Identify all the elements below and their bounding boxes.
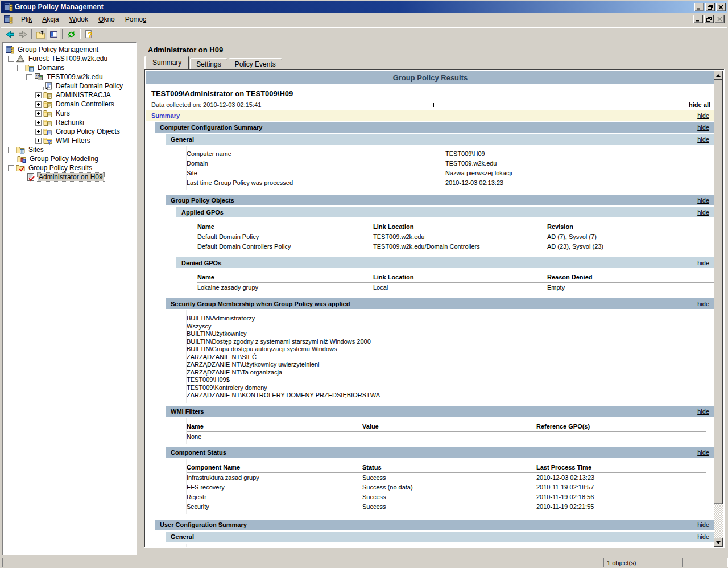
wmi-filters-table: NameValueReference GPO(s) None [186, 418, 706, 444]
section-security-groups: Security Group Membership when Group Pol… [166, 298, 715, 403]
tree-item-wmi-filters[interactable]: WMI Filters [3, 136, 136, 145]
tree-item-gpo-folder[interactable]: Group Policy Objects [3, 127, 136, 136]
up-folder-icon [36, 30, 46, 39]
section-gpo: Group Policy Objects hide Applied GPOs h… [166, 195, 715, 295]
console-tree-icon [49, 30, 59, 39]
tab-strip: Summary Settings Policy Events [145, 57, 283, 69]
tree-item-rachunki[interactable]: Rachunki [3, 118, 136, 127]
status-bar: 1 object(s) [1, 557, 728, 568]
tab-summary[interactable]: Summary [145, 56, 189, 69]
report-title-band: Group Policy Results [146, 71, 715, 84]
expand-toggle-icon[interactable] [35, 129, 42, 135]
menu-plik[interactable]: Plik [16, 14, 37, 25]
tab-settings[interactable]: Settings [190, 58, 227, 69]
hide-all-button[interactable]: hide all [433, 100, 713, 109]
toolbar-separator [31, 29, 32, 39]
hide-link-general[interactable]: hide [697, 136, 709, 143]
scroll-up-button[interactable] [714, 71, 723, 80]
expand-toggle-icon[interactable] [35, 110, 42, 117]
hide-link-security[interactable]: hide [697, 301, 709, 307]
table-row: EFS recoverySuccess (no data)2010-11-19 … [187, 483, 706, 492]
list-item: ZARZĄDZANIE NT\Użytkownicy uwierzytelnie… [187, 361, 715, 369]
expand-toggle-icon[interactable] [35, 120, 42, 126]
tree-item-root[interactable]: Group Policy Management [3, 45, 136, 54]
list-item: Wszyscy [187, 323, 715, 331]
minimize-button[interactable] [694, 3, 704, 11]
hide-link-user-general[interactable]: hide [697, 533, 709, 540]
user-general-band: General hide [166, 532, 715, 542]
user-general-table: User nameTEST009\Administrator DomainTES… [186, 544, 715, 548]
collapse-toggle-icon[interactable] [17, 65, 23, 71]
collapse-toggle-icon[interactable] [26, 74, 32, 80]
refresh-button[interactable] [65, 28, 78, 40]
console-tree-pane[interactable]: Group Policy Management Forest: TEST009.… [2, 42, 137, 555]
hide-link-user-config[interactable]: hide [697, 521, 709, 528]
restore-icon [706, 17, 712, 22]
tree-item-default-domain-policy[interactable]: Default Domain Policy [3, 81, 136, 90]
close-icon [718, 5, 723, 10]
tree-item-kurs[interactable]: Kurs [3, 109, 136, 118]
child-minimize-button[interactable] [693, 15, 703, 23]
restore-button[interactable] [705, 3, 715, 11]
tree-item-sites[interactable]: Sites [3, 145, 136, 154]
forest-icon [16, 54, 25, 63]
hide-link-wmi[interactable]: hide [697, 408, 709, 415]
table-row: Lokalne zasady grupyLocalEmpty [197, 283, 715, 293]
collapse-toggle-icon[interactable] [8, 165, 14, 171]
hide-link-applied[interactable]: hide [697, 209, 709, 216]
back-icon [5, 30, 15, 39]
child-window-icon[interactable] [3, 15, 13, 24]
up-one-level-button[interactable] [34, 28, 47, 40]
scroll-down-button[interactable] [714, 538, 723, 547]
menu-pomoc[interactable]: Pomoc [120, 14, 151, 25]
table-row: Default Domain PolicyTEST009.w2k.eduAD (… [197, 232, 715, 242]
menu-okno[interactable]: Okno [93, 14, 120, 25]
list-item: TEST009\H09$ [187, 376, 715, 384]
applied-gpos-table: NameLink LocationRevision Default Domain… [197, 219, 715, 254]
expand-toggle-icon[interactable] [35, 101, 42, 108]
tree-item-domain[interactable]: TEST009.w2k.edu [3, 72, 136, 81]
table-row: RejestrSuccess2010-11-19 02:18:56 [187, 492, 706, 502]
tree-item-domains[interactable]: Domains [3, 63, 136, 72]
child-restore-button[interactable] [704, 15, 714, 23]
expand-toggle-icon[interactable] [35, 92, 42, 98]
wmi-folder-icon [43, 136, 52, 145]
ou-folder-icon [43, 109, 52, 118]
hide-link-gpo[interactable]: hide [697, 197, 709, 204]
back-button[interactable] [3, 28, 16, 40]
scrollbar-thumb[interactable] [714, 80, 723, 504]
report-scroll-area[interactable]: Group Policy Results TEST009\Administrat… [146, 71, 715, 547]
tree-item-forest[interactable]: Forest: TEST009.w2k.edu [3, 54, 136, 63]
hide-link-summary[interactable]: hide [697, 112, 709, 119]
tree-item-administrator-on-h09[interactable]: Administrator on H09 [3, 172, 136, 182]
tree-item-gp-results[interactable]: Group Policy Results [3, 163, 136, 172]
gpo-band: Group Policy Objects hide [166, 195, 715, 205]
tree-item-administracja[interactable]: ADMINISTRACJA [3, 90, 136, 100]
report-subject: TEST009\Administrator on TEST009\H09 [151, 89, 715, 98]
list-item: ZARZĄDZANIE NT\SIEĆ [187, 353, 715, 361]
title-bar[interactable]: Group Policy Management [1, 1, 727, 13]
app-icon [3, 2, 13, 11]
user-config-band: User Configuration Summary hide [155, 520, 715, 530]
hide-link-denied[interactable]: hide [697, 260, 709, 266]
minimize-icon [697, 5, 702, 10]
report-body: TEST009\Administrator on TEST009\H09 Dat… [146, 89, 715, 547]
menu-akcja[interactable]: Akcja [37, 14, 64, 25]
list-item: BUILTIN\Dostęp zgodny z systemami starsz… [187, 338, 715, 346]
collapse-toggle-icon[interactable] [8, 56, 14, 62]
tab-policy-events[interactable]: Policy Events [229, 58, 282, 69]
expand-toggle-icon[interactable] [8, 147, 14, 153]
table-row: Infrastruktura zasad grupySuccess2010-12… [187, 473, 706, 483]
menu-widok[interactable]: Widok [64, 14, 93, 25]
table-row: SecuritySuccess2010-11-19 02:21:55 [187, 502, 706, 512]
tree-item-domain-controllers[interactable]: Domain Controllers [3, 100, 136, 109]
show-console-tree-button[interactable] [47, 28, 60, 40]
hide-link-component[interactable]: hide [697, 449, 709, 456]
expand-toggle-icon[interactable] [35, 138, 42, 144]
vertical-scrollbar[interactable] [714, 71, 723, 547]
close-button[interactable] [716, 3, 726, 11]
hide-link-computer-config[interactable]: hide [697, 124, 709, 131]
help-button[interactable]: ? [82, 28, 96, 40]
forward-icon [18, 30, 28, 39]
tree-item-gp-modeling[interactable]: Group Policy Modeling [3, 154, 136, 163]
